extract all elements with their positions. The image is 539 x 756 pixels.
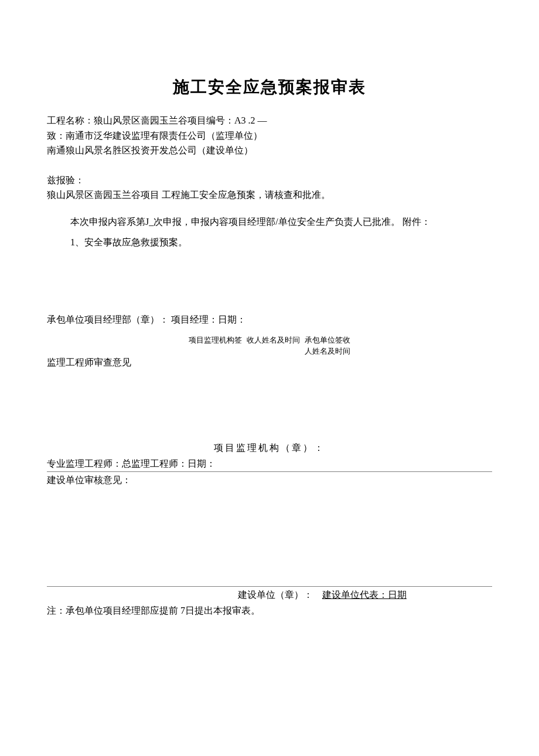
engineer-sign-line: 专业监理工程师：总监理工程师：日期： — [47, 458, 492, 472]
document-title: 施工安全应急预案报审表 — [47, 76, 492, 98]
sign-col-3: 承包单位签收 人姓名及时间 — [305, 335, 350, 356]
supervisor-org-stamp: 项目监理机构（章）： — [47, 442, 492, 454]
sign-col-3a: 承包单位签收 — [305, 335, 350, 345]
construction-rep-date: 建设单位代表：日期 — [322, 590, 407, 600]
submit-label: 兹报验： — [47, 173, 492, 188]
project-name-line: 工程名称：狼山风景区啬园玉兰谷项目编号：A3 .2 — — [47, 113, 492, 128]
contractor-sign-line: 承包单位项目经理部（章）： 项目经理：日期： — [47, 314, 492, 326]
report-section: 兹报验： 狼山风景区啬园玉兰谷项目 工程施工安全应急预案，请核查和批准。 — [47, 173, 492, 203]
application-detail: 本次申报内容系第J_次申报，申报内容项目经理部/单位安全生产负责人已批准。 附件… — [47, 211, 492, 232]
construction-stamp-part1: 建设单位（章）： — [238, 590, 313, 600]
construction-stamp-line: 建设单位（章）： 建设单位代表：日期 — [47, 589, 492, 601]
investor-line: 南通狼山风景名胜区投资开发总公司（建设单位） — [47, 143, 492, 158]
attachment-item: 1、安全事故应急救援预案。 — [47, 232, 492, 252]
sign-col-3b: 人姓名及时间 — [305, 346, 350, 357]
signature-row: 项目监理机构签 收人姓名及时间 承包单位签收 人姓名及时间 — [47, 335, 492, 356]
sign-col-2: 收人姓名及时间 — [247, 335, 300, 356]
supervisor-opinion-label: 监理工程师审查意见 — [47, 357, 492, 369]
report-content: 狼山风景区啬园玉兰谷项目 工程施工安全应急预案，请核查和批准。 — [47, 187, 492, 203]
sign-col-1: 项目监理机构签 — [189, 335, 242, 356]
construction-opinion-label: 建设单位审核意见： — [47, 474, 492, 487]
header-info-block: 工程名称：狼山风景区啬园玉兰谷项目编号：A3 .2 — 致：南通市泛华建设监理有… — [47, 113, 492, 158]
divider-line — [47, 586, 492, 587]
footer-note: 注：承包单位项目经理部应提前 7日提出本报审表。 — [47, 605, 492, 617]
to-line: 致：南通市泛华建设监理有限责任公司（监理单位） — [47, 128, 492, 143]
